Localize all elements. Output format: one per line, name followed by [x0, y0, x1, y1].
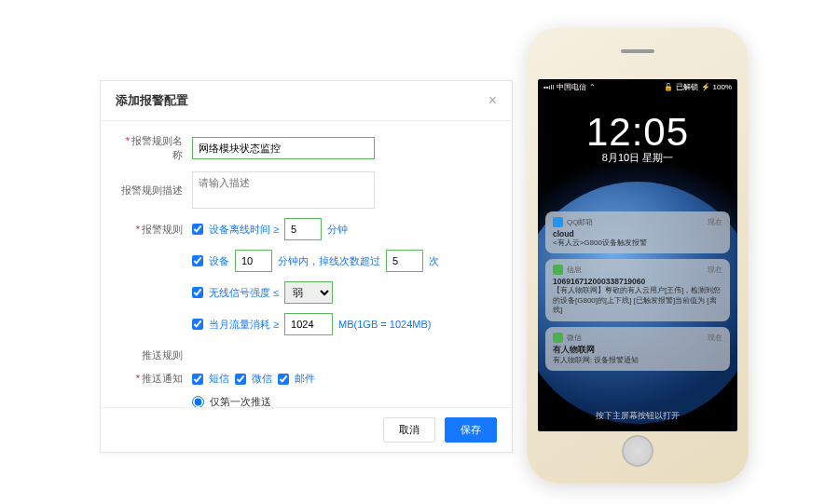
rule1-value-input[interactable]	[284, 218, 322, 240]
rule1-text-b: 分钟	[327, 223, 348, 237]
signal-icon: ••ıll	[543, 83, 554, 91]
modal-header: 添加报警配置 ×	[101, 81, 512, 121]
clock-time: 12:05	[538, 110, 737, 155]
notification-sms[interactable]: 信息现在 106916712000338719060 【有人物联网】尊敬的有人云…	[545, 259, 730, 320]
rule3-select[interactable]: 弱	[284, 281, 333, 304]
rule2-checkbox[interactable]	[192, 255, 203, 266]
notif3-title: 有人物联网	[553, 345, 722, 356]
lock-icon: 🔓	[664, 83, 673, 91]
notif2-body: 【有人物联网】尊敬的有人云用户[王伟]，检测到您的设备[G800]的[上下线] …	[553, 286, 722, 315]
save-button[interactable]: 保存	[445, 417, 497, 443]
rule4-checkbox[interactable]	[192, 319, 203, 330]
email-checkbox[interactable]	[278, 374, 289, 385]
rule3-text-a: 无线信号强度 ≤	[209, 286, 279, 300]
modal-footer: 取消 保存	[101, 407, 512, 452]
notif1-body: <有人云>G800设备触发报警	[553, 238, 722, 248]
notif1-title: cloud	[553, 229, 722, 238]
qq-mail-icon	[553, 217, 563, 227]
messages-icon	[553, 265, 563, 275]
rule-desc-textarea[interactable]	[192, 171, 375, 209]
battery-icon: ⚡	[701, 83, 710, 91]
lock-label: 已解锁	[676, 82, 698, 92]
carrier-label: 中国电信	[557, 82, 586, 92]
modal-title: 添加报警配置	[116, 92, 188, 109]
notif3-body: 有人物联网: 设备报警通知	[553, 356, 722, 365]
push-rules-label: 推送规则	[119, 348, 192, 362]
email-label: 邮件	[295, 372, 315, 386]
rule2-text-a: 设备	[209, 254, 229, 268]
rule2-text-b: 分钟内，掉线次数超过	[278, 254, 380, 268]
wechat-checkbox[interactable]	[235, 374, 246, 385]
rule2-val2-input[interactable]	[386, 250, 423, 272]
battery-label: 100%	[713, 83, 732, 91]
sms-checkbox[interactable]	[192, 374, 203, 385]
close-icon[interactable]: ×	[488, 92, 497, 109]
lockscreen-clock: 12:05 8月10日 星期一	[538, 110, 737, 165]
push-notify-label: *推送通知	[119, 372, 192, 386]
phone-mockup: ••ıll 中国电信 ⌃ 🔓 已解锁 ⚡ 100% 12:05 8月10日 星期…	[527, 27, 749, 484]
rule2-val1-input[interactable]	[235, 250, 272, 272]
desc-label: 报警规则描述	[119, 184, 192, 198]
rules-label: *报警规则	[119, 223, 192, 237]
notif2-title: 106916712000338719060	[553, 277, 722, 286]
status-bar: ••ıll 中国电信 ⌃ 🔓 已解锁 ⚡ 100%	[538, 79, 737, 95]
notification-qq[interactable]: QQ邮箱现在 cloud <有人云>G800设备触发报警	[545, 211, 730, 253]
notification-wechat[interactable]: 微信现在 有人物联网 有人物联网: 设备报警通知	[545, 327, 730, 371]
unlock-hint: 按下主屏幕按钮以打开	[538, 410, 737, 422]
cancel-button[interactable]: 取消	[383, 417, 435, 443]
notifications-list: QQ邮箱现在 cloud <有人云>G800设备触发报警 信息现在 106916…	[538, 211, 737, 371]
rule1-text-a: 设备离线时间 ≥	[209, 223, 279, 237]
name-label: *报警规则名称	[119, 134, 192, 162]
wechat-icon	[553, 333, 563, 343]
rule4-text-b: MB(1GB = 1024MB)	[338, 319, 431, 330]
rule2-text-c: 次	[429, 254, 439, 268]
clock-date: 8月10日 星期一	[538, 151, 737, 165]
alarm-config-modal: 添加报警配置 × *报警规则名称 报警规则描述 *报警规则 设备离线时间 ≥ 分…	[100, 80, 513, 453]
sms-label: 短信	[209, 372, 229, 386]
rule4-text-a: 当月流量消耗 ≥	[209, 318, 279, 332]
rule-name-input[interactable]	[192, 137, 375, 159]
wechat-label: 微信	[252, 372, 272, 386]
rule3-checkbox[interactable]	[192, 287, 203, 298]
rule4-value-input[interactable]	[284, 313, 333, 335]
wifi-icon: ⌃	[589, 83, 596, 91]
phone-screen: ••ıll 中国电信 ⌃ 🔓 已解锁 ⚡ 100% 12:05 8月10日 星期…	[538, 79, 737, 431]
rule1-checkbox[interactable]	[192, 224, 203, 235]
